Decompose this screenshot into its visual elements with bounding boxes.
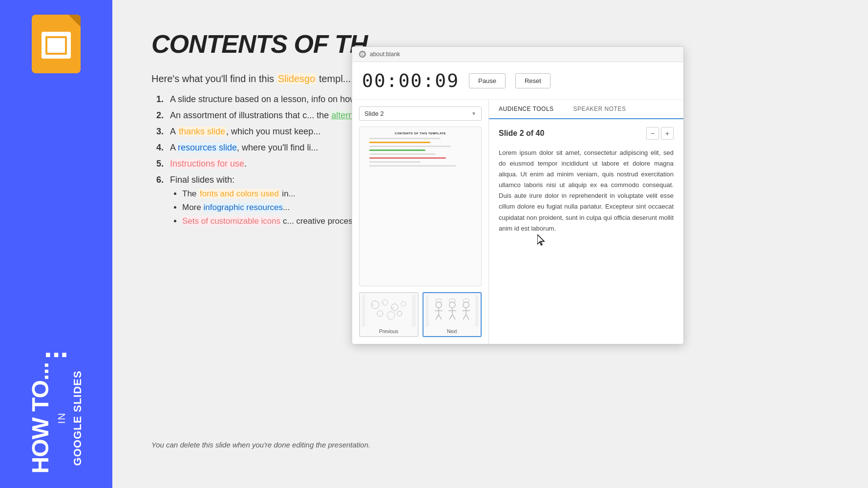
- panel-header: ⓘ about:blank: [352, 47, 683, 62]
- svg-text:✎: ✎: [372, 303, 374, 306]
- panel-right: AUDIENCE TOOLS SPEAKER NOTES Slide 2 of …: [489, 100, 683, 344]
- nav-thumbnails: ✎ ★ ♦ ○ △ Previous: [359, 292, 482, 337]
- slide-footer: You can delete this slide when you're do…: [151, 441, 370, 449]
- slide-info-controls: − +: [646, 127, 674, 140]
- previous-label: Previous: [379, 329, 398, 334]
- decrease-button[interactable]: −: [646, 127, 659, 140]
- slide-navigator: Slide 2 ▼ CONTENTS OF THIS TEMPLATE: [352, 100, 489, 344]
- chevron-down-icon: ▼: [471, 111, 476, 116]
- panel-body: Slide 2 ▼ CONTENTS OF THIS TEMPLATE: [352, 100, 683, 344]
- increase-button[interactable]: +: [661, 127, 674, 140]
- panel-tabs: AUDIENCE TOOLS SPEAKER NOTES: [489, 100, 683, 119]
- slide-selector[interactable]: Slide 2 ▼: [359, 106, 482, 121]
- svg-rect-0: [365, 295, 412, 327]
- svg-text:♦: ♦: [392, 306, 394, 309]
- pause-button[interactable]: Pause: [469, 73, 506, 88]
- sidebar-google-slides: GOOGLE SLIDES: [71, 370, 84, 466]
- current-slide-preview: CONTENTS OF THIS TEMPLATE: [359, 127, 482, 286]
- tab-speaker-notes[interactable]: SPEAKER NOTES: [564, 100, 636, 119]
- sidebar-text: ... HOW TO... IN GOOGLE SLIDES: [29, 337, 84, 473]
- timer-display: 00:00:09: [362, 70, 459, 91]
- svg-text:★: ★: [382, 301, 384, 304]
- slide-info-title: Slide 2 of 40: [499, 129, 544, 138]
- main-content: CONTENTS OF TH Here's what you'll find i…: [112, 0, 868, 488]
- sidebar-in: IN: [56, 412, 67, 424]
- sidebar-dots: ...: [29, 337, 84, 358]
- next-slide-thumb[interactable]: Next: [423, 292, 482, 337]
- previous-slide-image: ✎ ★ ♦ ○ △: [362, 295, 416, 327]
- tab-content: Slide 2 of 40 − + Lorem ipsum dolor sit …: [489, 119, 683, 344]
- next-label: Next: [447, 329, 457, 334]
- next-slide-image: [425, 295, 479, 327]
- slide-info-header: Slide 2 of 40 − +: [499, 127, 674, 140]
- info-icon: ⓘ: [359, 51, 366, 58]
- sidebar-how-to: HOW TO...: [29, 362, 52, 473]
- left-sidebar: ... HOW TO... IN GOOGLE SLIDES: [0, 0, 112, 488]
- app-icon: [27, 15, 85, 78]
- panel-url: about:blank: [370, 51, 400, 58]
- previous-slide-thumb[interactable]: ✎ ★ ♦ ○ △ Previous: [359, 292, 419, 337]
- reset-button[interactable]: Reset: [515, 73, 550, 88]
- speaker-notes-text: Lorem ipsum dolor sit amet, consectetur …: [499, 148, 674, 234]
- tab-audience-tools[interactable]: AUDIENCE TOOLS: [489, 100, 564, 119]
- timer-section: 00:00:09 Pause Reset: [352, 62, 683, 100]
- presenter-panel: ⓘ about:blank 00:00:09 Pause Reset Slide…: [352, 46, 684, 344]
